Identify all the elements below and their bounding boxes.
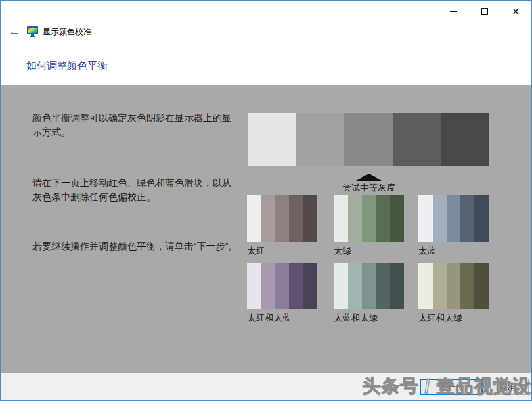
swatch-stripe (275, 263, 290, 309)
gray-bar-segment (441, 113, 489, 166)
swatch-too-red: 太红 (247, 195, 317, 257)
back-button[interactable]: ← (7, 25, 22, 39)
maximize-button[interactable] (469, 1, 500, 22)
swatch-stripe (474, 263, 489, 309)
paragraph-continue-hint: 若要继续操作并调整颜色平衡，请单击“下一步”。 (32, 239, 238, 254)
swatch-stripe (275, 195, 290, 242)
swatch-stripe (390, 263, 404, 309)
swatch-stripe (362, 195, 376, 242)
swatch-too-blue-and-green: 太蓝和太绿 (334, 263, 404, 324)
swatch-stripe (474, 195, 489, 242)
swatch-stripe (376, 195, 390, 242)
close-button[interactable]: ✕ (500, 1, 531, 22)
swatch-stripe (348, 195, 362, 242)
swatch-stripe (247, 263, 261, 309)
swatch-stripes (418, 195, 489, 242)
back-arrow-icon: ← (9, 25, 20, 38)
header: ← 显示颜色校准 (1, 25, 531, 40)
paragraph-balance-intro: 颜色平衡调整可以确定灰色阴影在显示器上的显示方式。 (32, 111, 238, 139)
swatch-stripes (334, 195, 404, 242)
swatch-stripe (289, 263, 303, 309)
swatch-stripe (460, 263, 474, 309)
swatch-stripe (460, 195, 474, 242)
swatch-too-red-and-green: 太红和太绿 (418, 263, 489, 324)
swatch-stripes (247, 263, 317, 309)
medium-gray-pointer-icon (356, 174, 382, 181)
swatch-stripe (261, 195, 275, 242)
swatch-stripe (447, 263, 461, 309)
gray-bar-segment (344, 113, 392, 166)
window-controls: ✕ (438, 1, 531, 22)
next-button[interactable]: 下一步 (420, 379, 483, 395)
close-icon: ✕ (512, 7, 520, 16)
swatch-stripes (247, 195, 317, 242)
gray-bar-segment (296, 113, 344, 166)
swatch-stripe (303, 263, 317, 309)
medium-gray-label: 尝试中等灰度 (315, 182, 423, 194)
swatch-label: 太红 (247, 245, 317, 257)
content-area: 颜色平衡调整可以确定灰色阴影在显示器上的显示方式。 请在下一页上移动红色、绿色和… (1, 85, 531, 373)
maximize-icon (481, 8, 488, 15)
swatch-stripe (390, 195, 404, 242)
swatch-stripes (334, 263, 404, 309)
minimize-icon (450, 11, 457, 12)
swatch-stripe (247, 195, 261, 242)
swatch-stripe (433, 195, 447, 242)
gray-bar-segment (393, 113, 441, 166)
swatch-stripe (362, 263, 376, 309)
swatch-label: 太蓝 (418, 245, 489, 257)
swatch-too-blue: 太蓝 (418, 195, 489, 257)
swatch-label: 太蓝和太绿 (334, 312, 404, 324)
display-color-calibration-window: ✕ ← 显示颜色校准 (0, 0, 532, 401)
app-title: 显示颜色校准 (43, 26, 91, 38)
swatch-stripe (303, 195, 317, 242)
swatch-stripe (376, 263, 390, 309)
swatch-too-green: 太绿 (334, 195, 404, 257)
paragraph-slider-instructions: 请在下一页上移动红色、绿色和蓝色滑块，以从灰色条中删除任何色偏校正。 (32, 176, 238, 204)
swatch-label: 太红和太蓝 (247, 312, 317, 324)
swatch-stripe (334, 263, 348, 309)
swatch-stripe (289, 195, 303, 242)
minimize-button[interactable] (438, 1, 469, 22)
swatch-stripe (334, 195, 348, 242)
swatch-too-red-and-blue: 太红和太蓝 (247, 263, 317, 324)
cancel-button[interactable]: 取消 (486, 379, 529, 395)
gray-bar-segment (248, 113, 296, 166)
swatch-stripe (447, 195, 461, 242)
footer-bar: 下一步 取消 (1, 373, 531, 400)
display-calibration-icon (26, 26, 39, 37)
gray-scale-bar (248, 113, 489, 166)
swatch-stripe (418, 195, 433, 242)
swatch-label: 太红和太绿 (418, 312, 489, 324)
swatch-stripe (418, 263, 433, 309)
titlebar: ✕ (1, 1, 531, 22)
swatch-stripe (348, 263, 362, 309)
page-title: 如何调整颜色平衡 (26, 60, 108, 72)
swatch-stripe (433, 263, 447, 309)
swatch-stripe (261, 263, 275, 309)
swatch-stripes (418, 263, 489, 309)
swatch-label: 太绿 (334, 245, 404, 257)
